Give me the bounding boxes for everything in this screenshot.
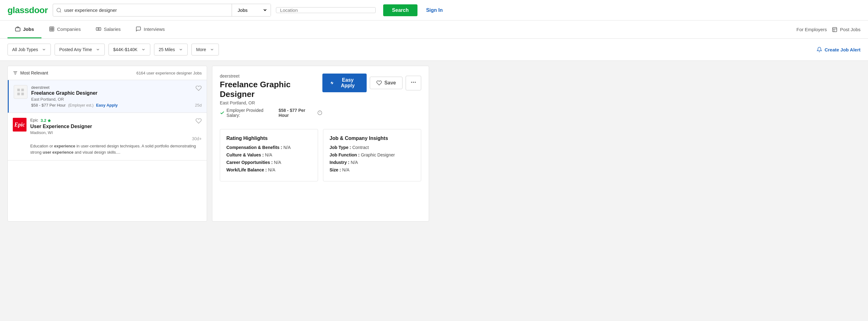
star-icon	[48, 119, 51, 123]
job-snippet-2: Education or experience in user-centered…	[30, 143, 202, 155]
bell-icon	[816, 47, 822, 52]
money-icon	[96, 26, 101, 32]
easy-apply-button[interactable]: Easy Apply	[322, 73, 367, 92]
post-jobs-link[interactable]: Post Jobs	[832, 27, 861, 32]
rating-highlights-card: Rating Highlights Compensation & Benefit…	[220, 129, 318, 181]
location-input-wrap	[276, 7, 376, 13]
insight-job-type: Job Type : Contract	[330, 145, 415, 150]
svg-point-21	[415, 82, 415, 83]
search-input[interactable]	[64, 7, 228, 13]
detail-company: deerstreet	[220, 73, 322, 78]
chevron-down-icon	[42, 47, 46, 52]
chevron-down-icon-2	[96, 47, 100, 52]
job-title-1: Freelance Graphic Designer	[31, 90, 202, 96]
svg-point-20	[413, 82, 414, 83]
for-employers-link[interactable]: For Employers	[797, 27, 827, 32]
job-meta-1: $58 - $77 Per Hour (Employer est.) Easy …	[31, 103, 202, 107]
more-options-button[interactable]	[406, 76, 421, 90]
job-info-2: Epic 3.2 User Experience Designer Madiso…	[30, 118, 202, 155]
svg-rect-10	[18, 89, 20, 91]
posted-filter[interactable]: Posted Any Time	[55, 44, 105, 56]
detail-top-section: deerstreet Freelance Graphic Designer Ea…	[220, 73, 421, 124]
chevron-down-icon-3	[141, 47, 146, 52]
search-input-wrap	[53, 7, 231, 13]
main-content: Most Relevant 6164 user experience desig…	[0, 61, 436, 227]
more-label: More	[196, 47, 206, 52]
company-insights-card: Job & Company Insights Job Type : Contra…	[323, 129, 421, 181]
insight-job-function: Job Function : Graphic Designer	[330, 152, 415, 157]
location-input[interactable]	[280, 7, 372, 13]
insight-industry: Industry : N/A	[330, 160, 415, 165]
detail-title: Freelance Graphic Designer	[220, 80, 322, 99]
heart-icon-2	[195, 118, 202, 124]
save-job-button-1[interactable]	[195, 85, 202, 92]
create-job-alert-button[interactable]: Create Job Alert	[816, 47, 861, 52]
search-button[interactable]: Search	[383, 4, 417, 16]
grid-logo-icon	[16, 88, 25, 96]
salary-value: $58 - $77 Per Hour	[279, 108, 316, 118]
sign-in-button[interactable]: Sign In	[426, 7, 443, 13]
header: glassdoor Jobs Companies Salaries Search…	[0, 0, 868, 21]
chevron-down-icon-5	[210, 47, 214, 52]
posted-label: Posted Any Time	[59, 47, 92, 52]
sort-icon	[13, 70, 18, 75]
save-job-button-2[interactable]	[195, 118, 202, 125]
job-title-2: User Experience Designer	[30, 124, 202, 129]
job-location-1: East Portland, OR	[31, 97, 202, 102]
easy-apply-badge-1: Easy Apply	[96, 103, 118, 107]
briefcase-icon	[15, 26, 21, 32]
days-ago-2: 30d+	[192, 136, 202, 141]
svg-rect-2	[16, 28, 20, 31]
job-card-2[interactable]: Epic Epic 3.2 User Experience Designer M…	[8, 113, 207, 161]
company-name-1: deerstreet	[31, 85, 202, 90]
post-jobs-label: Post Jobs	[840, 27, 861, 32]
search-bar: Jobs Companies Salaries	[53, 4, 271, 17]
rating-comp-benefits: Compensation & Benefits : N/A	[226, 145, 311, 150]
detail-header-left: deerstreet Freelance Graphic Designer Ea…	[220, 73, 322, 124]
svg-rect-6	[833, 27, 837, 32]
detail-location: East Portland, OR	[220, 100, 322, 105]
heart-icon-1	[195, 85, 202, 91]
svg-rect-13	[21, 93, 24, 95]
more-filter[interactable]: More	[191, 44, 219, 56]
nav-item-companies[interactable]: Companies	[41, 21, 88, 38]
svg-rect-12	[18, 93, 20, 95]
distance-filter[interactable]: 25 Miles	[154, 44, 188, 56]
svg-point-5	[98, 28, 99, 30]
salary-filter[interactable]: $44K-$140K	[108, 44, 150, 56]
detail-actions: Easy Apply Save	[322, 73, 421, 92]
nav-right: For Employers Post Jobs	[797, 27, 861, 32]
filters-bar: All Job Types Posted Any Time $44K-$140K…	[0, 39, 868, 61]
chevron-down-icon-4	[179, 47, 183, 52]
job-types-filter[interactable]: All Job Types	[7, 44, 51, 56]
nav-item-salaries[interactable]: Salaries	[88, 21, 128, 38]
save-button[interactable]: Save	[370, 77, 403, 89]
nav-item-jobs[interactable]: Jobs	[7, 21, 41, 38]
company-logo-1	[14, 85, 27, 99]
building-icon	[49, 26, 55, 32]
salary-label: $44K-$140K	[113, 47, 137, 52]
sort-bar: Most Relevant 6164 user experience desig…	[8, 66, 207, 80]
jobs-select[interactable]: Jobs Companies Salaries	[235, 4, 268, 16]
nav-jobs-label: Jobs	[23, 27, 34, 32]
sort-label[interactable]: Most Relevant	[13, 70, 48, 75]
company-logo-2: Epic	[13, 118, 27, 131]
svg-point-0	[57, 8, 61, 12]
job-detail-panel: deerstreet Freelance Graphic Designer Ea…	[212, 66, 429, 222]
sort-text: Most Relevant	[20, 70, 48, 75]
job-card-1[interactable]: deerstreet Freelance Graphic Designer Ea…	[8, 80, 207, 113]
nav-item-interviews[interactable]: Interviews	[128, 21, 173, 38]
job-info-1: deerstreet Freelance Graphic Designer Ea…	[31, 85, 202, 107]
create-alert-label: Create Job Alert	[825, 47, 861, 52]
nav-left: Jobs Companies Salaries Interviews	[7, 21, 173, 38]
nav: Jobs Companies Salaries Interviews For E…	[0, 21, 868, 39]
search-icon	[56, 7, 62, 13]
jobs-select-wrap[interactable]: Jobs Companies Salaries	[231, 4, 271, 16]
rating-culture-values: Culture & Values : N/A	[226, 152, 311, 157]
chat-icon	[135, 26, 141, 32]
post-jobs-icon	[832, 27, 837, 32]
distance-label: 25 Miles	[159, 47, 175, 52]
rating-highlights-title: Rating Highlights	[226, 135, 311, 141]
svg-rect-3	[50, 27, 54, 31]
job-location-2: Madison, WI	[30, 130, 202, 135]
